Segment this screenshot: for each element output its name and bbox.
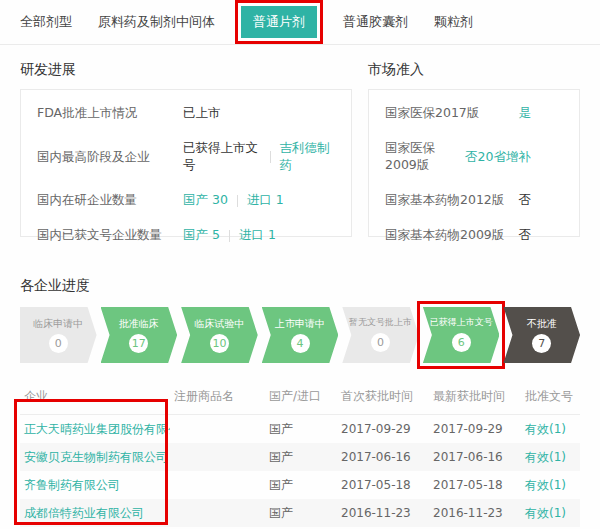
column-origin: 国产/进口 xyxy=(265,379,337,415)
latest-approval-cell: 2016-11-23 xyxy=(429,499,521,527)
first-approval-cell: 2017-06-16 xyxy=(337,443,429,471)
column-latest-approval: 最新获批时间 xyxy=(429,379,521,415)
domestic-licensed-link[interactable]: 国产 5 xyxy=(183,227,220,244)
essential-drugs-2009-value: 否 xyxy=(519,227,532,244)
insurance-2017-value[interactable]: 是 xyxy=(519,105,532,122)
stage-no-license-marketed-badge[interactable]: 暂无文号批上市 0 xyxy=(342,307,419,363)
companies-with-license-row: 国内已获文号企业数量 国产 5 进口 1 xyxy=(21,218,351,253)
fda-status-value: 已上市 xyxy=(183,105,221,122)
divider xyxy=(229,230,230,242)
companies-in-research-label: 国内在研企业数量 xyxy=(37,192,183,209)
market-access-panel: 国家医保2017版 是 国家医保2009版 否20省增补 国家基本药物2012版… xyxy=(368,89,580,237)
domestic-highest-stage-value: 已获得上市文号 xyxy=(183,140,261,174)
stage-label: 上市申请中 xyxy=(275,318,325,329)
stage-not-approved: 不批准 7 xyxy=(503,307,580,363)
trade-name-cell xyxy=(170,471,265,499)
stage-label: 不批准 xyxy=(527,318,557,329)
approval-no-link[interactable]: 有效(1) xyxy=(525,450,566,464)
approval-no-link[interactable]: 有效(1) xyxy=(525,478,566,492)
column-first-approval: 首次获批时间 xyxy=(337,379,429,415)
insurance-2017-row: 国家医保2017版 是 xyxy=(369,96,579,131)
origin-cell: 国产 xyxy=(265,443,337,471)
stage-not-approved-badge[interactable]: 不批准 7 xyxy=(503,307,580,363)
company-link[interactable]: 正大天晴药业集团股份有限公司 xyxy=(24,422,170,436)
approval-no-link[interactable]: 有效(1) xyxy=(525,422,566,436)
trade-name-cell xyxy=(170,415,265,444)
company-link[interactable]: 齐鲁制药有限公司 xyxy=(24,478,120,492)
insurance-2009-value[interactable]: 否20省增补 xyxy=(465,149,531,166)
tab-granule[interactable]: 颗粒剂 xyxy=(434,13,473,31)
trade-name-cell xyxy=(170,499,265,527)
drug-detail-page: 全部剂型 原料药及制剂中间体 普通片剂 普通胶囊剂 颗粒剂 研发进展 FDA批准… xyxy=(0,0,600,529)
stage-clinical-approved: 批准临床 17 xyxy=(101,307,178,363)
table-row: 正大天晴药业集团股份有限公司 国产 2017-09-29 2017-09-29 … xyxy=(20,415,580,444)
first-approval-cell: 2017-09-29 xyxy=(337,415,429,444)
stage-clinical-applying-badge[interactable]: 临床申请中 0 xyxy=(20,307,97,363)
tab-all-dosage-forms[interactable]: 全部剂型 xyxy=(20,13,72,31)
domestic-highest-stage-row: 国内最高阶段及企业 已获得上市文号 吉利德制药 xyxy=(21,131,351,183)
essential-drugs-2012-value: 否 xyxy=(519,192,532,209)
insurance-2017-label: 国家医保2017版 xyxy=(385,105,519,122)
latest-approval-cell: 2017-05-18 xyxy=(429,471,521,499)
stage-label: 临床试验中 xyxy=(194,318,244,329)
imported-licensed-link[interactable]: 进口 1 xyxy=(239,227,276,244)
company-link[interactable]: 安徽贝克生物制药有限公司 xyxy=(24,450,168,464)
stage-no-license-marketed: 暂无文号批上市 0 xyxy=(342,307,419,363)
info-columns: 研发进展 FDA批准上市情况 已上市 国内最高阶段及企业 已获得上市文号 吉利德… xyxy=(0,61,600,237)
tab-api-and-intermediates[interactable]: 原料药及制剂中间体 xyxy=(98,13,215,31)
stage-count: 6 xyxy=(452,333,471,352)
table-row: 成都倍特药业有限公司 国产 2016-11-23 2016-11-23 有效(1… xyxy=(20,499,580,527)
column-trade-name: 注册商品名 xyxy=(170,379,265,415)
rd-progress-title: 研发进展 xyxy=(20,61,352,79)
enterprise-progress-stages: 临床申请中 0 批准临床 17 临床试验中 10 上市申请中 4 暂无文号批上市 xyxy=(0,307,600,363)
stage-clinical-applying: 临床申请中 0 xyxy=(20,307,97,363)
origin-cell: 国产 xyxy=(265,499,337,527)
gilead-company-link[interactable]: 吉利德制药 xyxy=(280,140,335,174)
latest-approval-cell: 2017-06-16 xyxy=(429,443,521,471)
stage-label: 已获得上市文号 xyxy=(430,318,493,328)
market-access-section: 市场准入 国家医保2017版 是 国家医保2009版 否20省增补 国家基本药物… xyxy=(368,61,580,237)
stage-label: 暂无文号批上市 xyxy=(349,318,412,328)
domestic-in-research-link[interactable]: 国产 30 xyxy=(183,192,228,209)
rd-progress-section: 研发进展 FDA批准上市情况 已上市 国内最高阶段及企业 已获得上市文号 吉利德… xyxy=(20,61,352,237)
column-approval-no: 批准文号 xyxy=(521,379,580,415)
stage-clinical-approved-badge[interactable]: 批准临床 17 xyxy=(101,307,178,363)
market-access-title: 市场准入 xyxy=(368,61,580,79)
stage-in-clinical-trial: 临床试验中 10 xyxy=(181,307,258,363)
tab-plain-capsule[interactable]: 普通胶囊剂 xyxy=(343,13,408,31)
divider xyxy=(270,151,271,163)
table-row: 齐鲁制药有限公司 国产 2017-05-18 2017-05-18 有效(1) xyxy=(20,471,580,499)
imported-in-research-link[interactable]: 进口 1 xyxy=(247,192,284,209)
companies-in-research-row: 国内在研企业数量 国产 30 进口 1 xyxy=(21,183,351,218)
essential-drugs-2012-row: 国家基本药物2012版 否 xyxy=(369,183,579,218)
fda-status-row: FDA批准上市情况 已上市 xyxy=(21,96,351,131)
origin-cell: 国产 xyxy=(265,415,337,444)
stage-label: 临床申请中 xyxy=(33,318,83,329)
essential-drugs-2009-label: 国家基本药物2009版 xyxy=(385,227,519,244)
stage-count: 0 xyxy=(49,334,68,353)
stage-in-clinical-trial-badge[interactable]: 临床试验中 10 xyxy=(181,307,258,363)
stage-count: 0 xyxy=(371,333,390,352)
insurance-2009-label: 国家医保2009版 xyxy=(385,140,465,174)
enterprise-progress-title: 各企业进度 xyxy=(20,277,580,295)
rd-progress-panel: FDA批准上市情况 已上市 国内最高阶段及企业 已获得上市文号 吉利德制药 国内… xyxy=(20,89,352,237)
essential-drugs-2009-row: 国家基本药物2009版 否 xyxy=(369,218,579,253)
insurance-2009-row: 国家医保2009版 否20省增补 xyxy=(369,131,579,183)
table-row: 安徽贝克生物制药有限公司 国产 2017-06-16 2017-06-16 有效… xyxy=(20,443,580,471)
companies-with-license-label: 国内已获文号企业数量 xyxy=(37,227,183,244)
stage-marketing-applying: 上市申请中 4 xyxy=(262,307,339,363)
first-approval-cell: 2017-05-18 xyxy=(337,471,429,499)
companies-table: 企业 注册商品名 国产/进口 首次获批时间 最新获批时间 批准文号 正大天晴药业… xyxy=(20,379,580,529)
origin-cell: 国产 xyxy=(265,471,337,499)
fda-status-label: FDA批准上市情况 xyxy=(37,105,183,122)
first-approval-cell: 2016-11-23 xyxy=(337,499,429,527)
stage-license-obtained-badge[interactable]: 已获得上市文号 6 xyxy=(423,307,500,363)
tab-plain-tablet[interactable]: 普通片剂 xyxy=(241,6,317,38)
column-company: 企业 xyxy=(20,379,170,415)
company-link[interactable]: 成都倍特药业有限公司 xyxy=(24,506,144,520)
stage-marketing-applying-badge[interactable]: 上市申请中 4 xyxy=(262,307,339,363)
table-header-row: 企业 注册商品名 国产/进口 首次获批时间 最新获批时间 批准文号 xyxy=(20,379,580,415)
domestic-highest-stage-label: 国内最高阶段及企业 xyxy=(37,149,183,166)
approval-no-link[interactable]: 有效(1) xyxy=(525,506,566,520)
stage-count: 4 xyxy=(291,334,310,353)
